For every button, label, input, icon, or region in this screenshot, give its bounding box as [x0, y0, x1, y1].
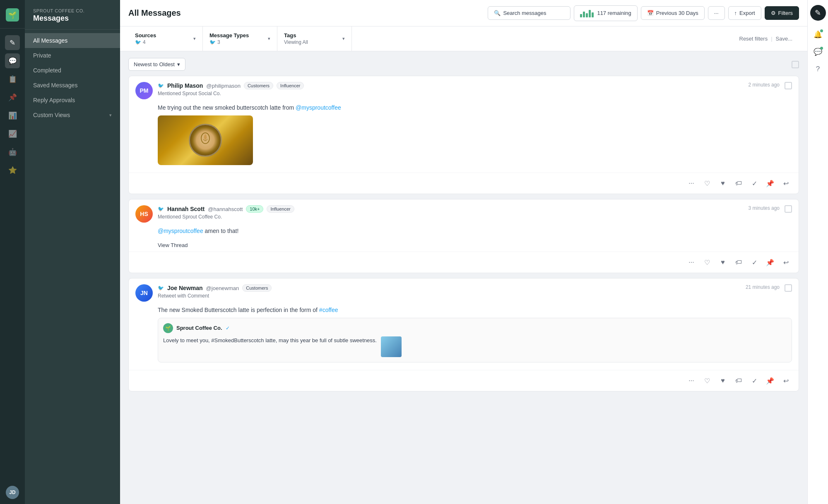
remaining-button[interactable]: 117 remaining: [574, 5, 637, 21]
nav-item-custom-views[interactable]: Custom Views ▾: [25, 108, 120, 122]
reply-action-button[interactable]: ↩: [779, 176, 793, 190]
body-text: The new Smoked Butterscotch latte is per…: [158, 307, 319, 313]
sources-filter[interactable]: Sources 🐦 4 ▾: [128, 26, 203, 51]
sort-bar: Newest to Oldest ▾: [128, 58, 799, 71]
nav-item-completed[interactable]: Completed: [25, 63, 120, 78]
view-thread-link[interactable]: View Thread: [129, 240, 799, 252]
more-button[interactable]: ···: [708, 6, 725, 20]
like-action-button[interactable]: ♡: [700, 176, 714, 190]
complete-action-button[interactable]: ✓: [747, 374, 761, 388]
sidebar-icon-pin[interactable]: 📌: [5, 90, 20, 105]
sidebar-icon-star[interactable]: ⭐: [5, 163, 20, 178]
twitter-icon: 🐦: [135, 39, 141, 45]
author-row: 🐦 Hannah Scott @hannahscott 10k+ Influen…: [158, 205, 744, 213]
compose-icon: ✎: [815, 8, 821, 17]
message-types-filter[interactable]: Message Types 🐦 3 ▾: [203, 26, 277, 51]
message-body: The new Smoked Butterscotch latte is per…: [129, 302, 799, 370]
tag-action-button[interactable]: 🏷: [732, 374, 746, 388]
complete-action-button[interactable]: ✓: [747, 255, 761, 269]
more-action-button[interactable]: ···: [684, 176, 698, 190]
like-filled-button[interactable]: ♥: [716, 176, 730, 190]
nav-item-saved[interactable]: Saved Messages: [25, 78, 120, 93]
tag-action-button[interactable]: 🏷: [732, 176, 746, 190]
more-action-button[interactable]: ···: [684, 374, 698, 388]
nav-item-all-messages[interactable]: All Messages: [25, 33, 120, 48]
sort-dropdown[interactable]: Newest to Oldest ▾: [128, 58, 185, 71]
author-handle: @philipmason: [206, 83, 241, 89]
message-checkbox[interactable]: [785, 82, 792, 89]
nav-item-private[interactable]: Private: [25, 48, 120, 63]
nav-item-label: Completed: [33, 67, 61, 74]
nav-header: Sprout Coffee Co. Messages: [25, 0, 120, 30]
hashtag-link[interactable]: #coffee: [319, 307, 338, 313]
chevron-down-icon: ▾: [177, 61, 180, 67]
nav-item-reply-approvals[interactable]: Reply Approvals: [25, 93, 120, 108]
author-name: Joe Newman: [167, 285, 203, 291]
sources-sub: 🐦 4: [135, 39, 156, 45]
feedback-button[interactable]: 💬: [811, 45, 825, 59]
tag-badge-customers[interactable]: Customers: [244, 82, 273, 89]
author-handle: @joenewman: [206, 285, 239, 291]
pin-action-button[interactable]: 📌: [763, 176, 777, 190]
filters-button[interactable]: ⚙ Filters: [765, 6, 799, 20]
sidebar-icon-tasks[interactable]: 📋: [5, 72, 20, 86]
embed-body: Lovely to meet you, #SmokedButterscotch …: [163, 336, 787, 357]
sidebar-icon-analytics[interactable]: 📊: [5, 108, 20, 123]
like-filled-button[interactable]: ♥: [716, 255, 730, 269]
message-checkbox[interactable]: [785, 205, 792, 213]
sidebar-icon-compose[interactable]: ✎: [5, 35, 20, 50]
nav-item-label: Private: [33, 52, 51, 59]
twitter-icon: 🐦: [158, 83, 164, 89]
pin-action-button[interactable]: 📌: [763, 255, 777, 269]
author-row: 🐦 Joe Newman @joenewman Customers: [158, 284, 741, 292]
tag-badge-influencer[interactable]: Influencer: [267, 205, 294, 213]
tag-badge-influencer[interactable]: Influencer: [277, 82, 304, 89]
search-button[interactable]: 🔍 Search messages: [488, 6, 570, 20]
sources-filter-content: Sources 🐦 4: [135, 32, 156, 45]
date-range-button[interactable]: 📅 Previous 30 Days: [641, 6, 705, 20]
export-label: Export: [739, 10, 755, 16]
app-logo[interactable]: 🌱: [6, 8, 19, 22]
mention-link[interactable]: @mysproutcoffee: [158, 228, 203, 234]
notifications-button[interactable]: 🔔: [811, 27, 825, 41]
save-filters-link[interactable]: Save...: [776, 36, 792, 42]
message-meta: 🐦 Hannah Scott @hannahscott 10k+ Influen…: [158, 205, 744, 220]
export-button[interactable]: ↑ Export: [728, 6, 761, 20]
mention-link[interactable]: @mysproutcoffee: [296, 104, 341, 111]
remaining-label: 117 remaining: [597, 10, 631, 16]
message-header: PM 🐦 Philip Mason @philipmason Customers…: [129, 76, 799, 99]
message-checkbox[interactable]: [785, 284, 792, 292]
app-sidebar: 🌱 ✎ 💬 📋 📌 📊 📈 🤖 ⭐ JD: [0, 0, 25, 504]
pin-action-button[interactable]: 📌: [763, 374, 777, 388]
message-sub: Retweet with Comment: [158, 293, 741, 299]
tag-action-button[interactable]: 🏷: [732, 255, 746, 269]
like-action-button[interactable]: ♡: [700, 255, 714, 269]
complete-action-button[interactable]: ✓: [747, 176, 761, 190]
message-body: Me trying out the new smoked butterscotc…: [129, 99, 799, 173]
filter-icon: ⚙: [771, 10, 776, 16]
search-icon: 🔍: [494, 10, 501, 16]
chevron-down-icon: ▾: [109, 113, 112, 118]
reset-filters-link[interactable]: Reset filters: [739, 36, 768, 42]
help-button[interactable]: ?: [811, 62, 825, 76]
message-actions: ··· ♡ ♥ 🏷 ✓ 📌 ↩: [129, 173, 799, 194]
more-action-button[interactable]: ···: [684, 255, 698, 269]
tags-filter[interactable]: Tags Viewing All ▾: [277, 26, 352, 51]
user-avatar[interactable]: JD: [6, 486, 19, 499]
compose-button[interactable]: ✎: [810, 5, 826, 21]
like-action-button[interactable]: ♡: [700, 374, 714, 388]
reply-action-button[interactable]: ↩: [779, 255, 793, 269]
tag-badge-10k[interactable]: 10k+: [246, 205, 263, 213]
sidebar-icon-reports[interactable]: 📈: [5, 126, 20, 141]
tags-content: Tags Viewing All: [284, 32, 308, 45]
brand-label: Sprout Coffee Co.: [33, 8, 112, 13]
nav-items: All Messages Private Completed Saved Mes…: [25, 30, 120, 126]
message-meta: 🐦 Joe Newman @joenewman Customers Retwee…: [158, 284, 741, 299]
reply-action-button[interactable]: ↩: [779, 374, 793, 388]
sidebar-icon-automation[interactable]: 🤖: [5, 144, 20, 159]
like-filled-button[interactable]: ♥: [716, 374, 730, 388]
sidebar-icon-messages[interactable]: 💬: [5, 53, 20, 68]
message-body: @mysproutcoffee amen to that!: [129, 223, 799, 240]
select-all-checkbox[interactable]: [792, 61, 799, 68]
tag-badge-customers[interactable]: Customers: [242, 284, 272, 292]
